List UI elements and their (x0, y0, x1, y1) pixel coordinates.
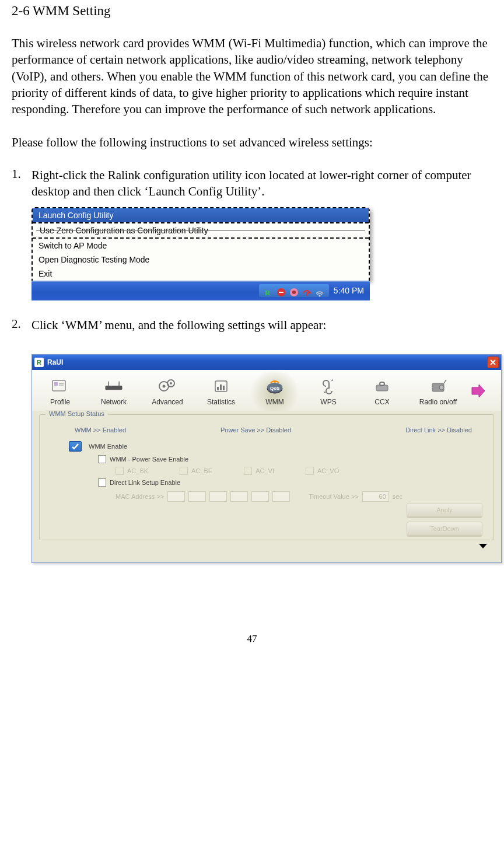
label-powersave: WMM - Power Save Enable (110, 456, 188, 463)
expand-button[interactable] (478, 542, 488, 552)
wmm-icon: QoS (263, 376, 286, 397)
label-mac: MAC Address >> (116, 493, 164, 500)
menu-item-open-diag[interactable]: Open Diagnostic Testing Mode (33, 253, 369, 267)
step-1-text: Right-click the Ralink configuration uti… (32, 167, 492, 200)
app-icon: R (34, 358, 44, 367)
tab-profile[interactable]: Profile (33, 371, 87, 411)
mac-field-5 (251, 491, 269, 502)
tab-radio[interactable]: Radio on/off (409, 371, 467, 411)
tab-advanced[interactable]: Advanced (141, 371, 194, 411)
tab-statistics-label: Statistics (207, 398, 235, 406)
figure-raui: R RaUI Profile Network Advanced Statist (12, 354, 492, 563)
svg-rect-19 (220, 384, 222, 390)
tray-wifi-icon[interactable] (315, 286, 324, 295)
svg-line-29 (444, 380, 446, 383)
toolbar-next-arrow[interactable] (467, 371, 488, 411)
svg-point-28 (439, 385, 444, 390)
ac-row: AC_BK AC_BE AC_VI AC_VO (46, 465, 488, 477)
tab-network[interactable]: Network (87, 371, 141, 411)
tray-stop-icon[interactable] (276, 286, 286, 295)
menu-item-switch-ap[interactable]: Switch to AP Mode (33, 239, 369, 253)
tab-wps-label: WPS (320, 398, 336, 406)
menu-item-zerocfg[interactable]: Use Zero Configuration as Configuration … (33, 222, 369, 239)
option-ac-bk: AC_BK (116, 467, 148, 475)
wps-icon (317, 376, 340, 397)
section-heading: 2-6 WMM Setting (12, 4, 492, 19)
option-ac-vi: AC_VI (244, 467, 274, 475)
radio-icon (426, 376, 450, 397)
tab-profile-label: Profile (50, 398, 70, 406)
label-timeout-unit: sec (393, 493, 402, 500)
advanced-icon (156, 376, 179, 397)
taskbar-clock: 5:40 PM (334, 286, 364, 295)
tab-wps[interactable]: WPS (302, 371, 355, 411)
tab-ccx[interactable]: CCX (355, 371, 409, 411)
checkbox-ac-bk (116, 467, 124, 475)
step-2: 2. Click ‘WMM’ menu, and the following s… (12, 317, 492, 333)
button-group: Apply TearDown (407, 503, 482, 536)
label-dls: Direct Link Setup Enable (110, 479, 180, 486)
figure-context-menu: Launch Config Utility Use Zero Configura… (12, 207, 492, 300)
step-2-text: Click ‘WMM’ menu, and the following sett… (32, 317, 492, 333)
label-ac-vo: AC_VO (317, 467, 339, 474)
paragraph-intro: This wireless network card provides WMM … (12, 35, 492, 118)
step-2-number: 2. (12, 317, 32, 333)
checkbox-dls[interactable] (98, 478, 106, 487)
option-ac-vo: AC_VO (306, 467, 339, 475)
option-dls-enable[interactable]: Direct Link Setup Enable (46, 477, 488, 488)
context-menu: Launch Config Utility Use Zero Configura… (32, 207, 370, 281)
option-ac-be: AC_BE (180, 467, 212, 475)
chevron-down-icon (478, 542, 488, 550)
checkbox-ac-vo (306, 467, 314, 475)
teardown-button[interactable]: TearDown (407, 522, 482, 536)
checkbox-wmm-enable[interactable] (69, 441, 82, 452)
label-ac-bk: AC_BK (127, 467, 148, 474)
tab-wmm[interactable]: QoS WMM (248, 371, 302, 411)
svg-point-14 (163, 385, 166, 388)
profile-icon (48, 376, 72, 397)
step-1: 1. Right-click the Ralink configuration … (12, 167, 492, 200)
status-directlink: Direct Link >> Disabled (401, 426, 476, 433)
checkbox-powersave[interactable] (98, 455, 106, 463)
system-tray: R (259, 284, 329, 297)
apply-button[interactable]: Apply (407, 503, 482, 517)
timeout-field (362, 491, 389, 502)
tab-wmm-label: WMM (265, 398, 284, 406)
option-powersave-enable[interactable]: WMM - Power Save Enable (46, 453, 488, 465)
tab-advanced-label: Advanced (152, 398, 183, 406)
menu-item-exit[interactable]: Exit (33, 267, 369, 281)
svg-point-5 (318, 295, 320, 296)
label-ac-be: AC_BE (191, 467, 212, 474)
svg-point-24 (274, 380, 276, 383)
raui-window: R RaUI Profile Network Advanced Statist (32, 354, 502, 563)
status-wmm: WMM >> Enabled (75, 426, 186, 433)
taskbar: R 5:40 PM (32, 281, 370, 300)
expand-arrow-row (39, 540, 494, 553)
mac-row: MAC Address >> Timeout Value >> sec (46, 488, 488, 505)
close-button[interactable] (487, 356, 499, 368)
svg-text:R: R (265, 288, 271, 297)
status-powersave: Power Save >> Disabled (220, 426, 366, 433)
menu-item-zerocfg-label: Use Zero Configuration as Configuration … (38, 226, 209, 235)
mac-field-1 (167, 491, 185, 502)
mac-field-2 (188, 491, 206, 502)
tab-network-label: Network (101, 398, 127, 406)
checkbox-ac-vi (244, 467, 252, 475)
page-number: 47 (12, 633, 492, 645)
menu-item-launch[interactable]: Launch Config Utility (33, 208, 369, 222)
svg-point-4 (292, 291, 296, 294)
tray-shield-icon[interactable] (289, 286, 299, 295)
tab-ccx-label: CCX (374, 398, 389, 406)
status-row: WMM >> Enabled Power Save >> Disabled Di… (46, 425, 488, 439)
checkbox-ac-be (180, 467, 188, 475)
tray-app-icon[interactable]: R (264, 286, 273, 295)
tray-umbrella-icon[interactable] (302, 286, 312, 295)
option-wmm-enable[interactable]: WMM Enable (46, 439, 488, 453)
mac-field-3 (209, 491, 227, 502)
svg-rect-20 (223, 386, 225, 390)
svg-rect-26 (380, 382, 384, 386)
tab-statistics[interactable]: Statistics (194, 371, 248, 411)
fieldset-legend: WMM Setup Status (46, 410, 108, 417)
label-ac-vi: AC_VI (256, 467, 274, 474)
ccx-icon (370, 376, 394, 397)
